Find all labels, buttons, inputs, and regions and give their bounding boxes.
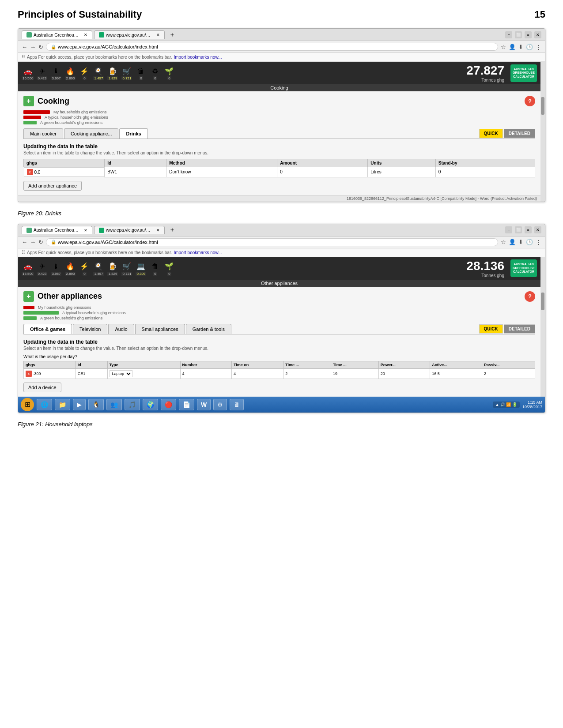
tab-cooking-appliances[interactable]: Cooking applianc... xyxy=(64,128,119,139)
icon-flights: ✈ 0.423 xyxy=(36,66,48,80)
forward-btn-2[interactable]: → xyxy=(30,239,36,245)
monitor-taskbar-icon: 🖥 xyxy=(234,401,240,408)
forward-btn[interactable]: → xyxy=(30,44,36,50)
history-icon[interactable]: 🕒 xyxy=(526,44,533,50)
row-delete-btn[interactable]: x xyxy=(27,169,33,175)
tab-small-appliances[interactable]: Small appliances xyxy=(135,324,185,334)
th2-type: Type xyxy=(107,361,180,368)
bookmarks-bar-2: ⠿ Apps For quick access, place your book… xyxy=(18,248,545,257)
taskbar-item-earth[interactable]: 🌍 xyxy=(143,399,158,410)
plane-icon: ✈ xyxy=(36,66,48,76)
scrollbar-thumb-1[interactable] xyxy=(541,97,544,115)
tab2-close-1[interactable]: ✕ xyxy=(84,228,87,233)
expand-cooking-btn[interactable]: + xyxy=(23,96,34,106)
browser-tab-2-2[interactable]: www.epa.vic.gov.au/AGC ✕ xyxy=(94,226,165,234)
legend-label-3: A green household's ghg emissions xyxy=(40,120,102,125)
taskbar-item-media[interactable]: ▶ xyxy=(73,399,86,410)
address-box-2[interactable]: 🔒 www.epa.vic.gov.au/AGC/calculator/inde… xyxy=(46,238,498,246)
detailed-btn-1[interactable]: DETAILED xyxy=(504,129,535,138)
add-appliance-btn[interactable]: Add another appliance xyxy=(23,181,82,191)
calc-topbar-1: 🚗 16.500 ✈ 0.423 🌡 3.967 🔥 2.890 ⚡ xyxy=(18,62,540,84)
td-method: Don't know xyxy=(166,167,277,177)
close-btn[interactable]: ✕ xyxy=(534,31,541,38)
add-device-btn[interactable]: Add a device xyxy=(23,383,61,392)
close-btn-2[interactable]: ✕ xyxy=(534,226,541,233)
tab-drinks[interactable]: Drinks xyxy=(119,128,147,139)
page-title: Principles of Sustainability xyxy=(18,9,142,20)
history-icon-2[interactable]: 🕒 xyxy=(526,239,533,245)
browser-tab-2[interactable]: www.epa.vic.gov.au/AGC ✕ xyxy=(94,30,165,39)
help-btn-2[interactable]: ? xyxy=(525,291,535,302)
restore-btn-2[interactable]: ⬜ xyxy=(515,226,522,233)
tab-audio[interactable]: Audio xyxy=(108,324,134,334)
music-taskbar-icon: 🎵 xyxy=(128,401,136,408)
tab-main-cooker[interactable]: Main cooker xyxy=(23,128,63,139)
scrollbar-thumb-2[interactable] xyxy=(541,293,544,310)
browser-tab-2-1-active[interactable]: Australian Greenhouse C ✕ xyxy=(22,226,92,234)
expand-appliances-btn[interactable]: + xyxy=(23,291,34,302)
back-btn-2[interactable]: ← xyxy=(22,239,27,245)
menu-dots-icon[interactable]: ⋮ xyxy=(536,44,541,50)
restore-btn[interactable]: ⬜ xyxy=(515,31,522,38)
taskbar-item-app2[interactable]: 👥 xyxy=(106,399,122,410)
waste-val: 0 xyxy=(139,76,143,80)
profile-icon[interactable]: 👤 xyxy=(509,44,516,50)
tab-close-1[interactable]: ✕ xyxy=(84,33,87,37)
transport-val: 16.500 xyxy=(22,76,34,80)
settings-btn[interactable]: ≡ xyxy=(525,31,532,38)
scrollbar-1[interactable] xyxy=(540,62,545,202)
td2-active: 16.5 xyxy=(430,368,482,379)
browser-titlebar-1: Australian Greenhouse C ✕ www.epa.vic.go… xyxy=(18,29,545,41)
minimize-btn[interactable]: － xyxy=(505,31,512,38)
import-bookmarks-link[interactable]: Import bookmarks now... xyxy=(174,55,222,60)
new-tab-btn-2[interactable]: ＋ xyxy=(166,226,178,234)
bookmark-star-icon[interactable]: ☆ xyxy=(501,44,506,50)
detailed-btn-2[interactable]: DETAILED xyxy=(504,324,535,334)
import-bookmarks-link-2[interactable]: Import bookmarks now... xyxy=(174,250,222,255)
taskbar-item-explorer[interactable]: 📁 xyxy=(55,399,70,410)
taskbar-item-browser[interactable]: 🌐 xyxy=(37,399,52,410)
address-box[interactable]: 🔒 www.epa.vic.gov.au/AGC/calculator/inde… xyxy=(46,43,498,51)
browser-tab-1-active[interactable]: Australian Greenhouse C ✕ xyxy=(22,30,92,39)
taskbar-item-monitor[interactable]: 🖥 xyxy=(230,399,244,410)
back-btn[interactable]: ← xyxy=(22,44,27,50)
bookmarks-bar-1: ⠿ Apps For quick access, place your book… xyxy=(18,53,545,62)
start-button[interactable]: ⊞ xyxy=(21,398,34,411)
icon-cooking: 🍳 1.497 xyxy=(92,66,105,80)
browser-titlebar-2: Australian Greenhouse C ✕ www.epa.vic.go… xyxy=(18,224,545,236)
new-tab-btn[interactable]: ＋ xyxy=(166,31,178,39)
quick-btn-1[interactable]: QUICK xyxy=(479,129,503,138)
taskbar-item-pdf[interactable]: 📄 xyxy=(179,399,194,410)
appliances-val-2: 0.309 xyxy=(136,272,146,276)
taskbar-clock: 1:15 AM 10/28/2017 xyxy=(522,400,542,409)
tab-garden-tools[interactable]: Garden & tools xyxy=(186,324,231,334)
row-delete-btn-2[interactable]: x xyxy=(26,371,32,377)
download-icon[interactable]: ⬇ xyxy=(518,44,523,50)
profile-icon-2[interactable]: 👤 xyxy=(509,239,516,245)
tab-close-2[interactable]: ✕ xyxy=(156,33,160,37)
shopping-val: 0.721 xyxy=(121,76,132,80)
tab2-close-2[interactable]: ✕ xyxy=(156,228,160,233)
reload-btn[interactable]: ↻ xyxy=(38,44,43,50)
device-type-select[interactable]: Laptop xyxy=(110,370,132,377)
scrollbar-2[interactable] xyxy=(540,257,545,397)
menu-dots-icon-2[interactable]: ⋮ xyxy=(536,239,541,245)
taskbar-item-app1[interactable]: 🐧 xyxy=(88,399,104,410)
tab-office-games[interactable]: Office & games xyxy=(23,324,72,334)
th2-number: Number xyxy=(180,361,231,368)
minimize-btn-2[interactable]: － xyxy=(505,226,512,233)
legend-label-2: A typical household's ghg emissions xyxy=(45,115,108,120)
download-icon-2[interactable]: ⬇ xyxy=(518,239,523,245)
taskbar-item-word[interactable]: W xyxy=(197,399,211,410)
help-btn-1[interactable]: ? xyxy=(525,96,535,106)
green-icon-2: 🌱 xyxy=(163,261,175,272)
taskbar-item-rec[interactable]: 🔴 xyxy=(161,399,176,410)
reload-btn-2[interactable]: ↻ xyxy=(38,239,43,245)
taskbar-item-settings[interactable]: ⚙ xyxy=(213,399,227,410)
settings-btn-2[interactable]: ≡ xyxy=(525,226,532,233)
quick-btn-2[interactable]: QUICK xyxy=(479,324,503,334)
browser-main-content-1: 🚗 16.500 ✈ 0.423 🌡 3.967 🔥 2.890 ⚡ xyxy=(18,62,540,202)
tab-television[interactable]: Television xyxy=(73,324,107,334)
taskbar-item-music[interactable]: 🎵 xyxy=(125,399,140,410)
bookmark-star-icon-2[interactable]: ☆ xyxy=(501,239,506,245)
